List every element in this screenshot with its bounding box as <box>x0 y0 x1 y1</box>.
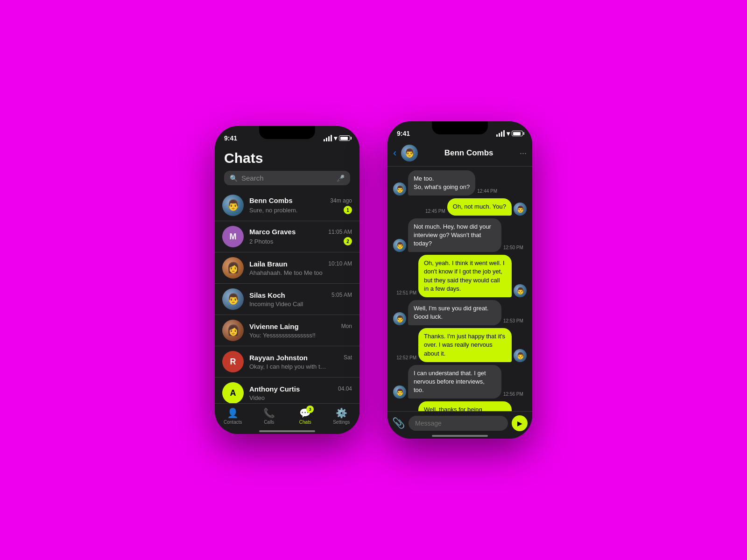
attach-button[interactable]: 📎 <box>392 417 405 429</box>
message-row: 👨 Me too.So, what's going on? 12:44 PM <box>393 170 527 196</box>
wifi-icon: ▾ <box>334 134 337 142</box>
header-avatar: 👨 <box>401 145 418 161</box>
send-icon: ▶ <box>517 420 522 427</box>
chats-badge: 3 <box>306 406 314 413</box>
message-row: 12:51 PM Oh, yeah. I think it went well.… <box>393 255 527 297</box>
bubble: Oh, yeah. I think it went well. I don't … <box>418 255 512 297</box>
chat-item-silas-koch[interactable]: 👨 Silas Koch 5:05 AM Incoming Video Call <box>215 284 359 315</box>
chat-time: 10:10 AM <box>328 260 352 267</box>
messages-list: 👨 Me too.So, what's going on? 12:44 PM 1… <box>388 167 532 411</box>
chat-name: Anthony Curtis <box>249 385 300 393</box>
chat-content-vivienne-laing: Vivienne Laing Mon You: Yessssssssssssss… <box>249 322 352 339</box>
signal-icon-right <box>496 130 505 137</box>
bubble: Well, thanks for being supportive. I app… <box>418 401 512 411</box>
avatar-anthony-curtis: A <box>222 382 244 403</box>
msg-time: 12:53 PM <box>503 318 523 323</box>
chat-name: Rayyan Johnston <box>249 354 308 362</box>
chat-preview: Ahahahaah. Me too Me too <box>249 269 323 276</box>
tab-settings[interactable]: ⚙️ Settings <box>324 407 360 425</box>
chat-content-silas-koch: Silas Koch 5:05 AM Incoming Video Call <box>249 291 352 308</box>
search-icon: 🔍 <box>230 175 238 182</box>
chats-header: Chats 🔍 Search 🎤 <box>215 147 359 190</box>
signal-icon <box>324 135 332 141</box>
bubble: Well, I'm sure you did great. Good luck. <box>408 300 501 325</box>
message-input[interactable] <box>409 416 508 431</box>
msg-avatar: 👨 <box>514 284 527 297</box>
msg-avatar: 👨 <box>514 203 527 216</box>
chat-item-laila-braun[interactable]: 👩 Laila Braun 10:10 AM Ahahahaah. Me too… <box>215 252 359 284</box>
tab-contacts[interactable]: 👤 Contacts <box>215 407 251 425</box>
bubble: Oh, not much. You? <box>447 198 512 215</box>
notch-left <box>259 126 315 139</box>
chat-preview: You: Yessssssssssssss!! <box>249 332 316 339</box>
msg-time: 12:56 PM <box>503 392 523 397</box>
chat-time: 04.04 <box>338 385 352 392</box>
phone-right: 9:41 ▾ ‹ 👨 Benn Combs ··· <box>388 121 532 439</box>
msg-avatar: 👨 <box>393 385 406 399</box>
tab-contacts-label: Contacts <box>224 420 242 425</box>
message-row: 12:52 PM Thanks. I'm just happy that it'… <box>393 328 527 362</box>
chat-header-name: Benn Combs <box>422 148 516 158</box>
chat-header: ‹ 👨 Benn Combs ··· <box>388 142 532 167</box>
chat-time: 5:05 AM <box>331 292 352 298</box>
chat-list: 👨 Benn Combs 34m ago Sure, no problem. 1 <box>215 190 359 403</box>
wifi-icon-right: ▾ <box>507 130 510 137</box>
battery-icon-right <box>512 131 523 136</box>
message-row: 12:45 PM Oh, not much. You? 👨 <box>393 198 527 215</box>
tab-bar-left: 👤 Contacts 📞 Calls 💬 3 Chats ⚙️ Setti <box>215 403 359 430</box>
chat-name: Silas Koch <box>249 291 285 299</box>
status-icons-right: ▾ <box>496 130 523 137</box>
chat-item-marco-graves[interactable]: M Marco Graves 11:05 AM 2 Photos 2 <box>215 221 359 252</box>
search-placeholder: Search <box>241 174 333 182</box>
msg-avatar: 👨 <box>393 312 406 325</box>
msg-avatar: 👨 <box>514 349 527 362</box>
time-right: 9:41 <box>397 130 410 137</box>
input-bar: 📎 ▶ <box>388 411 532 435</box>
chats-screen: 9:41 ▾ Chats 🔍 Search 🎤 <box>215 126 359 434</box>
msg-time: 12:51 PM <box>396 290 416 295</box>
tab-chats[interactable]: 💬 3 Chats <box>287 407 324 425</box>
chat-name: Marco Graves <box>249 228 296 236</box>
bubble: I can understand that. I get nervous bef… <box>408 365 501 399</box>
chat-preview: Okay, I can help you with that! <box>249 363 329 370</box>
msg-time: 12:44 PM <box>477 189 497 194</box>
msg-avatar: 👨 <box>393 239 406 252</box>
avatar-marco-graves: M <box>222 226 244 247</box>
bubble: Me too.So, what's going on? <box>408 170 475 196</box>
home-indicator-right <box>432 435 488 437</box>
chat-time: Sat <box>344 354 352 361</box>
chat-content-laila-braun: Laila Braun 10:10 AM Ahahahaah. Me too M… <box>249 260 352 276</box>
avatar-vivienne-laing: 👩 <box>222 320 244 341</box>
chat-name: Laila Braun <box>249 260 288 268</box>
chat-item-anthony-curtis[interactable]: A Anthony Curtis 04.04 Video <box>215 378 359 403</box>
back-button[interactable]: ‹ <box>393 147 396 159</box>
settings-icon: ⚙️ <box>336 407 347 419</box>
calls-icon: 📞 <box>263 407 275 419</box>
tab-chats-label: Chats <box>299 420 311 425</box>
more-button[interactable]: ··· <box>520 148 527 158</box>
avatar-rayyan-johnston: R <box>222 351 244 372</box>
chat-time: Mon <box>341 323 352 329</box>
chat-item-vivienne-laing[interactable]: 👩 Vivienne Laing Mon You: Yessssssssssss… <box>215 315 359 346</box>
chat-item-rayyan-johnston[interactable]: R Rayyan Johnston Sat Okay, I can help y… <box>215 346 359 378</box>
message-row: 👨 Not much. Hey, how did your interview … <box>393 218 527 252</box>
home-indicator-left <box>259 430 315 432</box>
message-row: 👨 I can understand that. I get nervous b… <box>393 365 527 399</box>
mic-icon: 🎤 <box>337 175 345 182</box>
send-button[interactable]: ▶ <box>512 415 528 431</box>
tab-calls[interactable]: 📞 Calls <box>251 407 288 425</box>
unread-badge: 1 <box>344 206 352 214</box>
chat-item-benn-combs[interactable]: 👨 Benn Combs 34m ago Sure, no problem. 1 <box>215 190 359 221</box>
chat-preview: Incoming Video Call <box>249 301 303 308</box>
chat-name: Vivienne Laing <box>249 322 299 330</box>
msg-time: 12:50 PM <box>503 245 523 250</box>
avatar-benn-combs: 👨 <box>222 195 244 216</box>
bubble: Thanks. I'm just happy that it's over. I… <box>418 328 512 362</box>
search-bar[interactable]: 🔍 Search 🎤 <box>224 171 350 185</box>
contacts-icon: 👤 <box>227 407 239 419</box>
chat-preview: 2 Photos <box>249 238 273 245</box>
chat-content-rayyan-johnston: Rayyan Johnston Sat Okay, I can help you… <box>249 354 352 370</box>
tab-settings-label: Settings <box>333 420 350 425</box>
chat-content-benn-combs: Benn Combs 34m ago Sure, no problem. 1 <box>249 196 352 214</box>
chat-preview: Video <box>249 394 265 401</box>
